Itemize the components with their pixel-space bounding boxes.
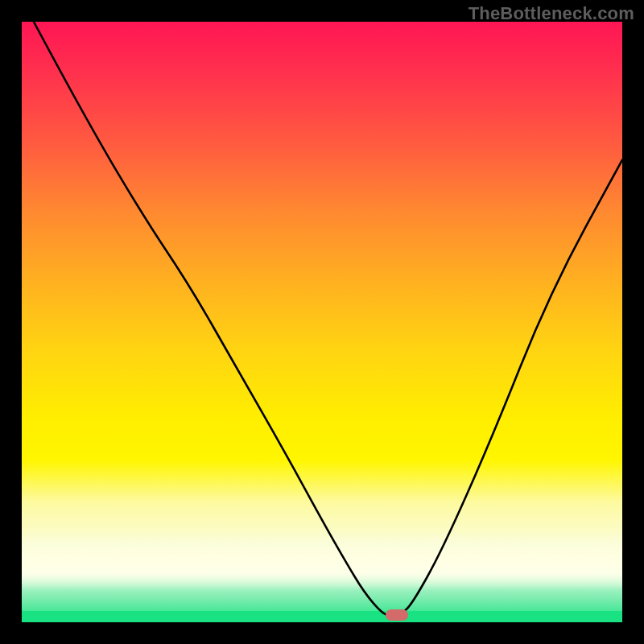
chart-frame: TheBottleneck.com — [0, 0, 644, 644]
watermark-text: TheBottleneck.com — [469, 3, 634, 24]
optimum-marker — [386, 609, 408, 621]
plot-area — [22, 22, 622, 622]
plot-green-strip — [22, 611, 622, 622]
plot-background-gradient — [22, 22, 622, 622]
